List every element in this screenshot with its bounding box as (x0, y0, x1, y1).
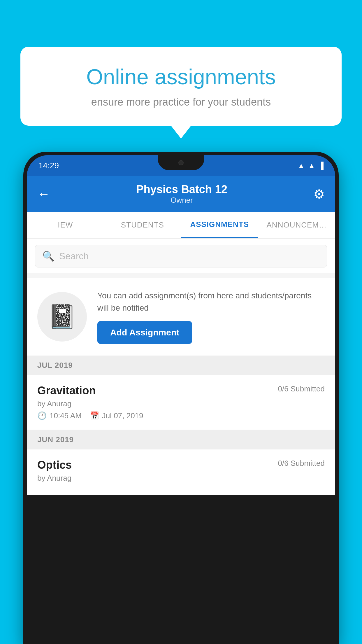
search-bar[interactable]: 🔍 Search (35, 245, 327, 267)
add-assignment-card: 📓 You can add assignment(s) from here an… (27, 278, 335, 356)
phone-frame: 14:29 ▲ ▲ ▐ ← Physics Batch 12 Owner ⚙ I… (23, 152, 339, 644)
notch (158, 155, 204, 170)
bubble-title: Online assignments (41, 64, 321, 90)
date-meta: 📅 Jul 07, 2019 (90, 411, 143, 420)
assignment-card-right: You can add assignment(s) from here and … (97, 290, 325, 344)
header-subtitle: Owner (136, 196, 227, 205)
assignment-time: 10:45 AM (50, 411, 82, 420)
header-center: Physics Batch 12 Owner (136, 183, 227, 205)
clock-icon: 🕐 (37, 411, 47, 420)
tab-announcements[interactable]: ANNOUNCEM… (258, 212, 335, 238)
assignment-submitted: 0/6 Submitted (278, 384, 325, 393)
speech-bubble: Online assignments ensure more practice … (20, 47, 342, 126)
settings-button[interactable]: ⚙ (313, 187, 325, 202)
assignment-item-optics[interactable]: Optics 0/6 Submitted by Anurag (27, 449, 335, 495)
tab-iew[interactable]: IEW (27, 212, 104, 238)
camera-dot (178, 160, 184, 165)
section-header-jul: JUL 2019 (27, 356, 335, 375)
tabs-bar: IEW STUDENTS ASSIGNMENTS ANNOUNCEM… (27, 212, 335, 239)
back-button[interactable]: ← (37, 187, 50, 201)
add-assignment-button[interactable]: Add Assignment (97, 321, 192, 344)
search-placeholder: Search (59, 251, 89, 262)
assignment-item-gravitation[interactable]: Gravitation 0/6 Submitted by Anurag 🕐 10… (27, 375, 335, 430)
optics-name: Optics (37, 459, 72, 471)
tab-students[interactable]: STUDENTS (104, 212, 181, 238)
section-header-jun: JUN 2019 (27, 430, 335, 449)
wifi-icon: ▲ (298, 162, 305, 170)
assignment-icon-circle: 📓 (37, 292, 87, 342)
time-meta: 🕐 10:45 AM (37, 411, 82, 420)
status-bar: 14:29 ▲ ▲ ▐ (27, 155, 335, 176)
assignment-meta: 🕐 10:45 AM 📅 Jul 07, 2019 (37, 411, 325, 420)
optics-by: by Anurag (37, 474, 325, 483)
assignment-item-header: Gravitation 0/6 Submitted (37, 384, 325, 397)
optics-submitted: 0/6 Submitted (278, 459, 325, 468)
tab-assignments[interactable]: ASSIGNMENTS (181, 212, 258, 238)
search-container: 🔍 Search (27, 239, 335, 273)
calendar-icon: 📅 (90, 411, 99, 420)
speech-bubble-container: Online assignments ensure more practice … (20, 47, 342, 126)
assignment-by: by Anurag (37, 399, 325, 408)
app-header: ← Physics Batch 12 Owner ⚙ (27, 176, 335, 212)
status-icons: ▲ ▲ ▐ (298, 162, 324, 170)
assignment-card-text: You can add assignment(s) from here and … (97, 290, 325, 314)
bubble-subtitle: ensure more practice for your students (41, 96, 321, 108)
phone-inner: 14:29 ▲ ▲ ▐ ← Physics Batch 12 Owner ⚙ I… (27, 155, 335, 640)
search-icon: 🔍 (42, 250, 55, 262)
assignment-item-header-optics: Optics 0/6 Submitted (37, 459, 325, 471)
battery-icon: ▐ (319, 162, 324, 170)
signal-icon: ▲ (308, 162, 315, 170)
status-time: 14:29 (38, 161, 59, 170)
assignment-date: Jul 07, 2019 (102, 411, 143, 420)
header-title: Physics Batch 12 (136, 183, 227, 196)
assignment-name: Gravitation (37, 384, 96, 397)
app-content: 🔍 Search 📓 You can add assignment(s) fro… (27, 239, 335, 495)
assignment-notebook-icon: 📓 (48, 303, 77, 330)
